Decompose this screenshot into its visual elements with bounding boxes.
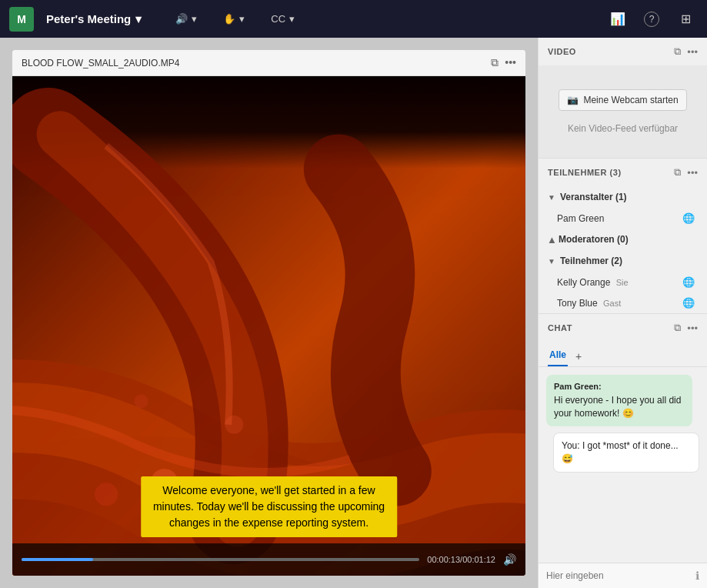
subtitle-box: Welcome everyone, we'll get started in a… (141, 476, 398, 537)
meeting-title[interactable]: Peter's Meeting ▾ (46, 12, 142, 26)
video-header: BLOOD FLOW_SMALL_2AUDIO.MP4 ⧉ ••• (12, 50, 525, 76)
participant-kelly-orange: Kelly Orange Sie 🌐 (539, 272, 707, 292)
video-container: BLOOD FLOW_SMALL_2AUDIO.MP4 ⧉ ••• (12, 50, 525, 576)
chat-messages: Pam Green: Hi everyone - I hope you all … (539, 367, 707, 563)
start-webcam-button[interactable]: 📷 Meine Webcam starten (559, 89, 686, 111)
chat-section-header: CHAT ⧉ ••• (539, 314, 707, 342)
participant-name-kelly: Kelly Orange Sie (557, 277, 629, 288)
audio-icon: 🔊 (175, 13, 188, 25)
chat-section: CHAT ⧉ ••• Alle + Pam Green: Hi everyone… (539, 314, 707, 588)
participant-name-tony: Tony Blue Gast (557, 298, 621, 309)
participants-section-title: TEILNEHMER (3) (548, 168, 622, 177)
participant-pam-green: Pam Green 🌐 (539, 208, 707, 229)
chat-sender-pam: Pam Green: (554, 381, 685, 393)
participant-globe-kelly: 🌐 (682, 276, 695, 288)
participants-more-icon[interactable]: ••• (687, 167, 698, 179)
audio-control[interactable]: 🔊 ▾ (169, 10, 203, 28)
chat-more-icon[interactable]: ••• (687, 322, 698, 334)
participant-globe-pam: 🌐 (682, 212, 695, 224)
participant-tony-blue: Tony Blue Gast 🌐 (539, 292, 707, 313)
organizer-chevron: ▼ (548, 193, 555, 202)
organizer-group-header[interactable]: ▼ Veranstalter (1) (539, 186, 707, 208)
help-button[interactable]: ? (639, 7, 664, 32)
hand-control[interactable]: ✋ ▾ (217, 10, 251, 28)
cc-chevron: ▾ (289, 13, 295, 25)
svg-point-7 (134, 395, 148, 409)
chat-section-icons: ⧉ ••• (674, 322, 698, 334)
progress-bar[interactable] (22, 558, 419, 561)
chat-input-area: ℹ (539, 563, 707, 588)
hand-chevron: ▾ (239, 13, 245, 25)
moderator-group-header[interactable]: ▶ Moderatoren (0) (539, 229, 707, 250)
svg-point-3 (95, 483, 118, 506)
participants-section: TEILNEHMER (3) ⧉ ••• ▼ Veranstalter (1) … (539, 159, 707, 314)
moderator-chevron: ▶ (547, 236, 555, 242)
chat-tab-alle[interactable]: Alle (548, 346, 568, 366)
video-more-icon[interactable]: ••• (687, 46, 698, 58)
participants-section-icons: ⧉ ••• (674, 166, 698, 179)
video-filename: BLOOD FLOW_SMALL_2AUDIO.MP4 (22, 58, 179, 68)
audio-chevron: ▾ (192, 13, 197, 25)
video-controls[interactable]: 00:00:13/00:01:12 🔊 (12, 543, 525, 576)
participant-globe-tony: 🌐 (682, 297, 695, 309)
layout-button[interactable]: ⊞ (673, 7, 698, 32)
chat-message-pam: Hi everyone - I hope you all did your ho… (554, 395, 681, 419)
meeting-title-chevron: ▾ (135, 12, 142, 26)
volume-icon[interactable]: 🔊 (503, 553, 516, 566)
video-section-title: VIDEO (548, 47, 576, 56)
video-area: BLOOD FLOW_SMALL_2AUDIO.MP4 ⧉ ••• (0, 38, 538, 588)
video-player: Welcome everyone, we'll get started in a… (12, 76, 525, 576)
chat-input[interactable] (546, 570, 689, 581)
chat-message-you: You: I got *most* of it done... 😅 (562, 440, 679, 464)
video-pip-icon[interactable]: ⧉ (674, 45, 681, 58)
layout-icon: ⊞ (681, 12, 691, 26)
hand-icon: ✋ (223, 13, 235, 25)
topbar-controls: 🔊 ▾ ✋ ▾ CC ▾ (169, 10, 301, 28)
webcam-area: 📷 Meine Webcam starten Kein Video-Feed v… (539, 65, 707, 158)
no-video-text: Kein Video-Feed verfügbar (568, 123, 678, 134)
pip-icon[interactable]: ⧉ (491, 56, 499, 69)
progress-fill (22, 558, 93, 561)
time-display: 00:00:13/00:01:12 (427, 555, 495, 564)
chat-send-icon[interactable]: ℹ (695, 570, 699, 582)
chat-bubble-sent: You: I got *most* of it done... 😅 (553, 433, 699, 473)
app-logo: M (9, 7, 34, 32)
participant-name-pam: Pam Green (557, 213, 604, 224)
main-content: BLOOD FLOW_SMALL_2AUDIO.MP4 ⧉ ••• (0, 38, 707, 588)
attendee-group-label: Teilnehmer (2) (560, 256, 622, 266)
chat-tab-add[interactable]: + (575, 350, 582, 362)
participants-pip-icon[interactable]: ⧉ (674, 166, 681, 179)
chat-bubble-received: Pam Green: Hi everyone - I hope you all … (546, 375, 692, 426)
participants-section-header: TEILNEHMER (3) ⧉ ••• (539, 159, 707, 186)
organizer-group-label: Veranstalter (1) (560, 192, 627, 202)
topbar-right: 📊 ? ⊞ (605, 7, 698, 32)
stats-button[interactable]: 📊 (605, 7, 630, 32)
attendee-group-header[interactable]: ▼ Teilnehmer (2) (539, 250, 707, 272)
participant-role-kelly: Sie (616, 278, 629, 287)
video-section: VIDEO ⧉ ••• 📷 Meine Webcam starten Kein … (539, 38, 707, 159)
topbar: M Peter's Meeting ▾ 🔊 ▾ ✋ ▾ CC ▾ 📊 ? ⊞ (0, 0, 707, 38)
video-section-icons: ⧉ ••• (674, 45, 698, 58)
video-header-icons: ⧉ ••• (491, 56, 516, 69)
chat-tabs: Alle + (539, 342, 707, 367)
stats-icon: 📊 (610, 12, 625, 26)
help-icon: ? (644, 12, 659, 27)
moderator-group-label: Moderatoren (0) (559, 234, 629, 245)
right-panel: VIDEO ⧉ ••• 📷 Meine Webcam starten Kein … (538, 38, 707, 588)
cc-control[interactable]: CC ▾ (265, 10, 301, 28)
participant-role-tony: Gast (603, 299, 621, 308)
attendee-chevron: ▼ (548, 257, 555, 266)
chat-pip-icon[interactable]: ⧉ (674, 322, 681, 334)
video-section-header: VIDEO ⧉ ••• (539, 38, 707, 65)
cc-label: CC (271, 13, 285, 25)
webcam-icon: 📷 (567, 95, 579, 105)
more-options-icon[interactable]: ••• (505, 56, 516, 69)
chat-section-title: CHAT (548, 323, 572, 332)
